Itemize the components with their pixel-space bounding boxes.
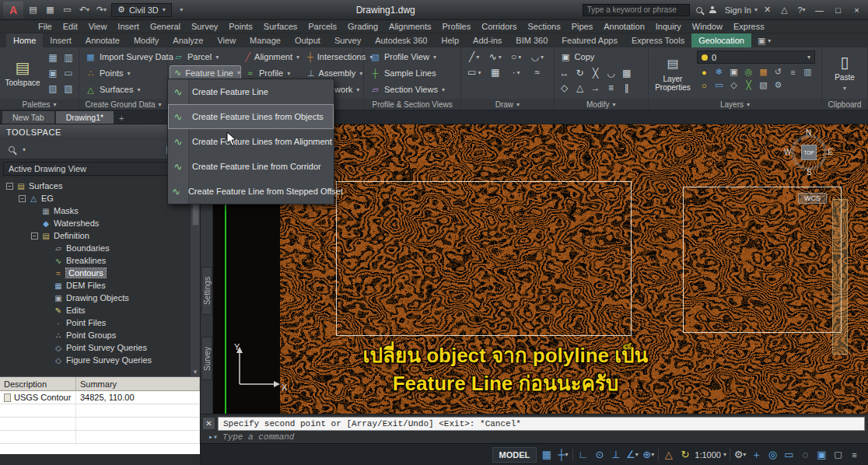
arc-tool-icon[interactable]: ◡▾ <box>527 49 548 65</box>
intersections-button[interactable]: ┼Intersections▾ <box>303 49 364 65</box>
redo-icon[interactable]: ↷▾ <box>94 3 109 17</box>
tree-item-masks[interactable]: ▦Masks <box>0 205 200 217</box>
section-views-button[interactable]: ▱Section Views▾ <box>366 82 449 97</box>
profile-view-button[interactable]: ▧Profile View▾ <box>366 49 449 65</box>
layer-select-combo[interactable]: 0 ▾ <box>697 51 815 64</box>
tab-autodesk-360[interactable]: Autodesk 360 <box>368 33 434 47</box>
stretch-tool-icon[interactable]: → <box>588 80 604 95</box>
isolate-objects-icon[interactable]: ◌ <box>799 447 812 463</box>
tab-output[interactable]: Output <box>288 33 327 47</box>
hatch-tool-icon[interactable]: ▦ <box>485 65 506 80</box>
layer-lock-icon[interactable]: ▣ <box>726 65 741 79</box>
profile-section-views-caption[interactable]: Profile & Section Views <box>364 99 460 110</box>
tree-item-point-survey-queries[interactable]: ◇Point Survey Queries <box>0 341 200 354</box>
menu-inquiry[interactable]: Inquiry <box>650 22 687 31</box>
annotation-visibility-icon[interactable]: △ <box>662 447 675 463</box>
rectangle-tool-icon[interactable]: ▭▾ <box>464 65 485 80</box>
layer-delete-icon[interactable]: ╳ <box>741 79 756 92</box>
viewcube-top-face[interactable]: TOP <box>801 145 817 160</box>
move-tool-icon[interactable]: ↔ <box>557 65 572 80</box>
snap-mode-toggle-icon[interactable]: ┼▾ <box>556 447 569 463</box>
tab-featured-apps[interactable]: Featured Apps <box>555 33 625 47</box>
tree-scrollbar[interactable]: ▲ ▼ <box>190 177 200 376</box>
layer-merge-icon[interactable]: ◇ <box>726 79 741 92</box>
annotation-monitor-icon[interactable]: ＋ <box>750 447 763 463</box>
tree-item-contours[interactable]: ≈Contours <box>0 267 200 279</box>
collapse-toggle-icon[interactable]: − <box>6 183 13 190</box>
autocad-app-icon[interactable]: A <box>3 2 23 19</box>
workspace-switcher[interactable]: ⚙ Civil 3D ▾ <box>111 3 172 17</box>
fillet-tool-icon[interactable]: ◡ <box>604 65 619 80</box>
menu-general[interactable]: General <box>145 22 186 31</box>
layer-walk-icon[interactable]: ▥ <box>800 65 815 79</box>
tab-bim-360[interactable]: BIM 360 <box>509 33 555 47</box>
tab-survey[interactable]: Survey <box>327 33 368 47</box>
alignment-button[interactable]: ╱Alignment▾ <box>241 49 303 65</box>
tab-manage[interactable]: Manage <box>243 33 288 47</box>
survey-palette-icon[interactable]: ▣ <box>45 65 61 81</box>
graphics-performance-icon[interactable]: ▣ <box>815 447 828 463</box>
search-icon[interactable] <box>5 142 19 156</box>
menu-item-create-feature-line[interactable]: ∿ Create Feature Line <box>168 79 334 104</box>
menu-pipes[interactable]: Pipes <box>566 22 599 31</box>
help-button[interactable]: ?▾ <box>794 3 809 17</box>
paste-button[interactable]: ▯ Paste▾ <box>824 49 865 97</box>
menu-insert[interactable]: Insert <box>112 22 145 31</box>
units-icon[interactable]: ◎ <box>766 447 779 463</box>
close-command-icon[interactable]: ✕ <box>202 417 215 430</box>
menu-item-create-feature-lines-from-alignment[interactable]: ∿ Create Feature Lines from Alignment <box>168 129 334 154</box>
clean-screen-icon[interactable]: ▢ <box>831 447 845 463</box>
create-ground-data-caption[interactable]: Create Ground Data▾ <box>79 99 167 110</box>
cloud-icon[interactable]: △ <box>777 3 792 17</box>
mirror-tool-icon[interactable]: ◇ <box>557 80 572 95</box>
layer-match-icon[interactable]: ▦ <box>756 65 771 79</box>
clipboard-caption[interactable]: Clipboard <box>822 99 867 110</box>
layer-settings-icon[interactable]: ⚙ <box>771 79 786 92</box>
file-tab-drawing1[interactable]: Drawing1* <box>56 111 114 124</box>
draw-caption[interactable]: Draw▾ <box>461 99 553 110</box>
scroll-down-icon[interactable]: ▼ <box>192 367 198 376</box>
layer-off-icon[interactable]: ● <box>697 65 712 79</box>
menu-edit[interactable]: Edit <box>58 22 83 31</box>
spline-tool-icon[interactable]: ≈ <box>527 65 548 80</box>
ortho-mode-icon[interactable]: ⊥ <box>609 447 622 463</box>
layer-state-icon[interactable]: ≡ <box>786 65 800 79</box>
menu-item-create-feature-line-from-stepped-offset[interactable]: ∿ Create Feature Line from Stepped Offse… <box>168 179 334 204</box>
tab-analyze[interactable]: Analyze <box>166 33 210 47</box>
command-history[interactable]: Specify second point or [Array/Exit/Undo… <box>218 417 865 431</box>
menu-express[interactable]: Express <box>728 22 770 31</box>
menu-corridors[interactable]: Corridors <box>476 22 522 31</box>
close-button[interactable]: × <box>849 3 865 17</box>
explode-tool-icon[interactable]: ∥ <box>619 80 635 95</box>
menu-window[interactable]: Window <box>687 22 728 31</box>
command-prompt[interactable]: ▸▾ Type a command <box>202 432 865 442</box>
table-row[interactable]: USGS Contour 34825, 110.00 <box>0 391 200 404</box>
tree-item-boundaries[interactable]: ▱Boundaries <box>0 242 200 254</box>
polyline-tool-icon[interactable]: ∿▾ <box>485 49 506 65</box>
workspace-gear-icon[interactable]: ⚙▾ <box>733 447 747 463</box>
rotate-tool-icon[interactable]: ↻ <box>572 65 588 80</box>
layer-freeze-icon[interactable]: ❄ <box>712 65 726 79</box>
tree-item-watersheds[interactable]: ◆Watersheds <box>0 217 200 229</box>
autoscale-icon[interactable]: ↻ <box>678 447 691 463</box>
quick-properties-icon[interactable]: ▭ <box>782 447 796 463</box>
tab-express-tools[interactable]: Express Tools <box>625 33 691 47</box>
menu-grading[interactable]: Grading <box>342 22 383 31</box>
menu-surfaces[interactable]: Surfaces <box>258 22 303 31</box>
menu-item-create-feature-lines-from-objects[interactable]: ∿ Create Feature Lines from Objects <box>168 104 334 129</box>
properties-palette-icon[interactable]: ▦ <box>45 50 61 65</box>
exchange-apps-icon[interactable]: ✕ <box>760 3 775 17</box>
design-center-icon[interactable]: ▧ <box>45 81 61 96</box>
side-tab-survey[interactable]: Survey <box>201 337 212 380</box>
compass-north[interactable]: N <box>806 128 811 137</box>
tree-item-figure-survey-queries[interactable]: ◇Figure Survey Queries <box>0 354 200 366</box>
circle-tool-icon[interactable]: ○▾ <box>506 49 527 65</box>
search-icon[interactable] <box>692 3 707 17</box>
ribbon-display-toggle[interactable]: ▣▾ <box>751 33 777 47</box>
annotation-scale-select[interactable]: 1:1000▾ <box>695 447 726 463</box>
sign-in-button[interactable]: Sign In▾ <box>709 3 758 17</box>
tree-item-edits[interactable]: ✎Edits <box>0 304 200 316</box>
view-compass[interactable]: N S W E TOP <box>786 129 832 176</box>
infer-constraints-icon[interactable]: ∟ <box>576 447 590 463</box>
tree-item-point-groups[interactable]: ∴Point Groups <box>0 329 200 341</box>
